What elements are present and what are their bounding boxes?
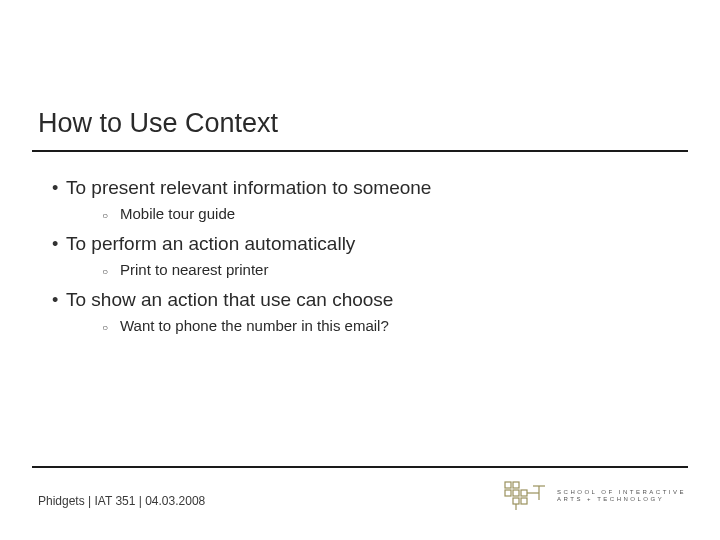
bullet-subtext: Mobile tour guide xyxy=(120,204,235,224)
svg-rect-5 xyxy=(513,498,519,504)
slide: How to Use Context • To present relevant… xyxy=(0,0,720,540)
svg-rect-3 xyxy=(513,490,519,496)
siat-logo-icon xyxy=(503,480,549,510)
bullet-dot-icon: • xyxy=(38,176,66,200)
bullet-level1: • To present relevant information to som… xyxy=(38,176,678,200)
svg-rect-0 xyxy=(505,482,511,488)
bullet-dot-icon: • xyxy=(38,232,66,256)
bullet-subtext: Want to phone the number in this email? xyxy=(120,316,389,336)
bullet-text: To show an action that use can choose xyxy=(66,288,393,312)
bullet-level2: ○ Want to phone the number in this email… xyxy=(94,316,678,338)
svg-rect-2 xyxy=(505,490,511,496)
bullet-level2: ○ Mobile tour guide xyxy=(94,204,678,226)
logo-line2: ARTS + TECHNOLOGY xyxy=(557,496,686,502)
bullet-circle-icon: ○ xyxy=(94,262,120,282)
bullet-level2: ○ Print to nearest printer xyxy=(94,260,678,282)
slide-content: • To present relevant information to som… xyxy=(38,170,678,344)
siat-logo: SCHOOL OF INTERACTIVE ARTS + TECHNOLOGY xyxy=(503,480,686,510)
bullet-subtext: Print to nearest printer xyxy=(120,260,268,280)
svg-rect-1 xyxy=(513,482,519,488)
svg-rect-4 xyxy=(521,490,527,496)
bullet-level1: • To perform an action automatically xyxy=(38,232,678,256)
bullet-dot-icon: • xyxy=(38,288,66,312)
bullet-text: To present relevant information to someo… xyxy=(66,176,431,200)
slide-title: How to Use Context xyxy=(38,108,278,139)
siat-logo-text: SCHOOL OF INTERACTIVE ARTS + TECHNOLOGY xyxy=(557,489,686,502)
footer-text: Phidgets | IAT 351 | 04.03.2008 xyxy=(38,494,205,508)
bullet-circle-icon: ○ xyxy=(94,318,120,338)
footer-divider xyxy=(32,466,688,468)
bullet-circle-icon: ○ xyxy=(94,206,120,226)
bullet-level1: • To show an action that use can choose xyxy=(38,288,678,312)
bullet-text: To perform an action automatically xyxy=(66,232,355,256)
svg-rect-6 xyxy=(521,498,527,504)
logo-line1: SCHOOL OF INTERACTIVE xyxy=(557,489,686,495)
title-underline xyxy=(32,150,688,152)
